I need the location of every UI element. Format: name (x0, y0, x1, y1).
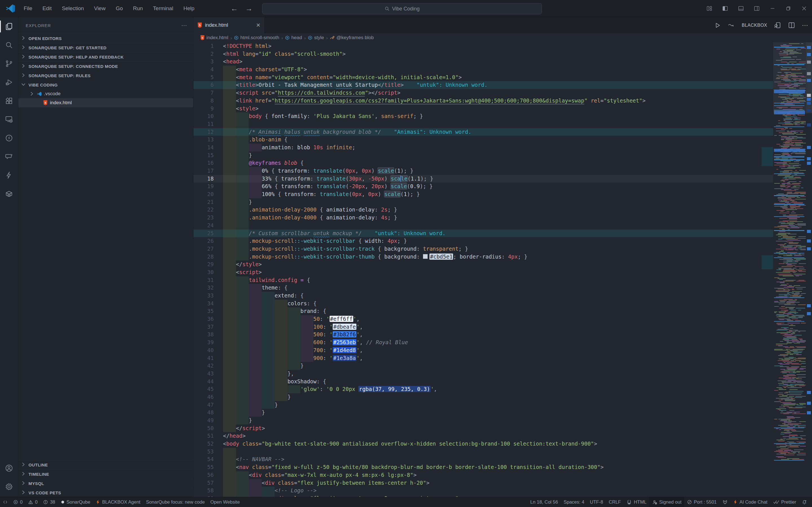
status-ai-code-chat[interactable]: AI Code Chat (730, 497, 770, 507)
code-line-38[interactable]: 38 500: '#3b82f6', (193, 331, 773, 339)
breadcrumb-item-style[interactable]: style (308, 35, 324, 41)
status-notifications[interactable] (799, 497, 810, 507)
code-line-32[interactable]: 32 theme: { (193, 284, 773, 292)
activity-chat[interactable] (0, 147, 18, 166)
activity-lightning[interactable] (0, 166, 18, 184)
menu-item-terminal[interactable]: Terminal (149, 4, 177, 13)
code-line-39[interactable]: 39 600: '#2563eb', // Royal Blue (193, 339, 773, 346)
status-encoding[interactable]: UTF-8 (587, 497, 606, 507)
code-line-27[interactable]: 27 .mockup-scroll::-webkit-scrollbar-tra… (193, 245, 773, 253)
code-line-9[interactable]: 9 <style> (193, 105, 773, 113)
sidebar-section-sonarqube-setup-connected-mode[interactable]: SONARQUBE SETUP: CONNECTED MODE (18, 61, 193, 71)
sidebar-section-vs-code-pets[interactable]: VS CODE PETS (18, 488, 193, 497)
menu-item-edit[interactable]: Edit (39, 4, 56, 13)
code-line-47[interactable]: 47 } (193, 401, 773, 409)
activity-extensions[interactable] (0, 92, 18, 110)
activity-explorer[interactable] (0, 17, 18, 36)
settings-button[interactable] (0, 477, 18, 496)
code-line-11[interactable]: 11 (193, 120, 773, 128)
code-line-1[interactable]: 1<!DOCTYPE html> (193, 42, 773, 50)
menu-item-selection[interactable]: Selection (58, 4, 88, 13)
code-line-2[interactable]: 2<html lang="id" class="scroll-smooth"> (193, 50, 773, 58)
code-line-23[interactable]: 23 .animation-delay-4000 { animation-del… (193, 214, 773, 222)
code-line-20[interactable]: 20 100% { transform: translate(0px, 0px)… (193, 190, 773, 198)
more-actions-icon[interactable]: ⋯ (802, 22, 808, 29)
close-button[interactable] (796, 0, 812, 17)
code-line-17[interactable]: 17 0% { transform: translate(0px, 0px) s… (193, 167, 773, 175)
menu-item-file[interactable]: File (20, 4, 36, 13)
status-eol[interactable]: CRLF (606, 497, 624, 507)
code-line-35[interactable]: 35 brand: { (193, 307, 773, 315)
code-line-56[interactable]: 56 <div class="max-w-7xl mx-auto px-4 sm… (193, 471, 773, 479)
sidebar-section-timeline[interactable]: TIMELINE (18, 469, 193, 478)
code-line-30[interactable]: 30 <script> (193, 269, 773, 276)
code-line-7[interactable]: 7 <script src="https://cdn.tailwindcss.c… (193, 89, 773, 97)
code-line-10[interactable]: 10 body { font-family: 'Plus Jakarta San… (193, 112, 773, 120)
restore-button[interactable] (780, 0, 796, 17)
sidebar-section-sonarqube-setup-help-and-feedback[interactable]: SONARQUBE SETUP: HELP AND FEEDBACK (18, 52, 193, 61)
code-line-54[interactable]: 54 <!-- NAVBAR --> (193, 455, 773, 463)
code-line-50[interactable]: 50 </script> (193, 425, 773, 432)
code-line-13[interactable]: 13 .blob-anim { (193, 136, 773, 144)
activity-container[interactable] (0, 184, 18, 203)
command-search-box[interactable]: Vibe Coding (262, 3, 542, 14)
activity-source-control[interactable] (0, 54, 18, 73)
code-line-53[interactable]: 53 (193, 448, 773, 456)
status-problems-warnings[interactable]: 0 (26, 497, 40, 507)
code-line-15[interactable]: 15 } (193, 152, 773, 159)
code-line-49[interactable]: 49 } (193, 416, 773, 425)
code-line-24[interactable]: 24 (193, 222, 773, 230)
code-line-4[interactable]: 4 <meta charset="UTF-8"> (193, 66, 773, 73)
tab-index-html[interactable]: 5 index.html ✕ (193, 17, 265, 33)
nav-forward-icon[interactable]: → (245, 4, 253, 13)
code-line-29[interactable]: 29 </style> (193, 261, 773, 269)
minimap[interactable] (773, 42, 806, 497)
activity-run-debug[interactable] (0, 73, 18, 92)
account-button[interactable] (0, 459, 18, 477)
status-blackbox-agent[interactable]: BLACKBOX Agent (93, 497, 143, 507)
code-line-16[interactable]: 16 @keyframes blob { (193, 159, 773, 167)
code-line-43[interactable]: 43 }, (193, 370, 773, 378)
code-line-5[interactable]: 5 <meta name="viewport" content="width=d… (193, 73, 773, 81)
code-line-40[interactable]: 40 700: '#1d4ed8', (193, 346, 773, 354)
sidebar-section-sonarqube-setup-get-started[interactable]: SONARQUBE SETUP: GET STARTED (18, 43, 193, 52)
code-line-34[interactable]: 34 colors: { (193, 300, 773, 307)
code-line-51[interactable]: 51</head> (193, 432, 773, 440)
status-pets[interactable] (719, 497, 730, 507)
breadcrumb-item--keyframes-blob[interactable]: @keyframes blob (330, 35, 374, 41)
color-swatch[interactable] (423, 254, 428, 259)
code-line-37[interactable]: 37 100: '#dbeafe', (193, 323, 773, 331)
code-line-28[interactable]: 28 .mockup-scroll::-webkit-scrollbar-thu… (193, 253, 773, 261)
run-agent-icon[interactable] (728, 22, 735, 29)
status-prettier[interactable]: Prettier (770, 497, 799, 507)
code-line-25[interactable]: 25 /* Custom scrollbar untuk mockup */ "… (193, 230, 773, 237)
toggle-panel-icon[interactable] (733, 0, 749, 17)
activity-sonarqube[interactable] (0, 129, 18, 147)
code-line-14[interactable]: 14 animation: blob 10s infinite; (193, 144, 773, 152)
toggle-sidebar-icon[interactable] (717, 0, 733, 17)
status-port[interactable]: Port : 5501 (684, 497, 719, 507)
code-line-41[interactable]: 41 900: '#1e3a8a', (193, 354, 773, 362)
status-problems-infos[interactable]: 38 (40, 497, 58, 507)
code-line-18[interactable]: 18 33% { transform: translate(30px, -50p… (193, 175, 773, 183)
breadcrumb-item-head[interactable]: head (285, 35, 302, 41)
toggle-secondary-sidebar-icon[interactable] (749, 0, 765, 17)
code-line-57[interactable]: 57 <div class="flex justify-between item… (193, 479, 773, 487)
menu-item-go[interactable]: Go (112, 4, 126, 13)
sidebar-section-project[interactable]: VIBE CODING (18, 80, 193, 89)
code-line-3[interactable]: 3<head> (193, 58, 773, 66)
blackbox-toolbar-label[interactable]: BLACKBOX (742, 23, 767, 28)
sidebar-section-outline[interactable]: OUTLINE (18, 460, 193, 469)
code-line-46[interactable]: 46 } (193, 393, 773, 401)
file-search-icon[interactable] (774, 22, 781, 29)
customize-layout-icon[interactable] (702, 0, 717, 17)
status-problems-errors[interactable]: 0 (10, 497, 26, 507)
code-line-19[interactable]: 19 66% { transform: translate(-20px, 20p… (193, 182, 773, 190)
code-editor[interactable]: 1<!DOCTYPE html>2<html lang="id" class="… (193, 42, 773, 497)
sidebar-section-mysql[interactable]: MYSQL (18, 478, 193, 488)
code-line-36[interactable]: 36 50: '#eff6ff', (193, 315, 773, 323)
code-line-12[interactable]: 12 /* Animasi halus untuk background blo… (193, 128, 773, 136)
sidebar-section-sonarqube-setup-rules[interactable]: SONARQUBE SETUP: RULES (18, 71, 193, 80)
code-line-45[interactable]: 45 'glow': '0 0 20px rgba(37, 99, 235, 0… (193, 385, 773, 393)
explorer-actions-icon[interactable]: ⋯ (181, 22, 188, 29)
